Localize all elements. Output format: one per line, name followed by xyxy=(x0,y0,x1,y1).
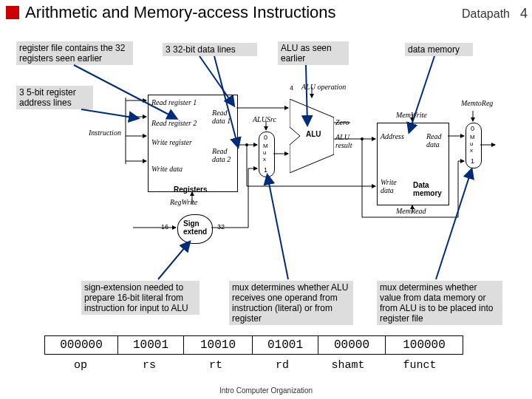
svg-point-20 xyxy=(361,137,364,140)
note-data3x32: 3 32-bit data lines xyxy=(163,43,257,56)
note-signext: sign-extension needed to prepare 16-bit … xyxy=(81,281,200,315)
slide-title: Arithmetic and Memory-access Instruction… xyxy=(25,3,336,22)
note-dmem: data memory xyxy=(405,43,473,56)
datapath-wires xyxy=(96,87,517,257)
lbl-rs: rs xyxy=(117,359,182,372)
lbl-rt: rt xyxy=(182,359,250,372)
bits-op: 000000 xyxy=(45,336,118,355)
lbl-op: op xyxy=(44,359,117,372)
svg-point-19 xyxy=(245,143,248,146)
bits-funct: 100000 xyxy=(386,336,463,355)
note-mux1: mux determines whether ALU receives one … xyxy=(229,281,353,325)
note-addr3x5: 3 5-bit register address lines xyxy=(16,86,93,109)
slide-footer: Intro Computer Organization xyxy=(0,386,532,395)
bits-shamt: 00000 xyxy=(318,336,386,355)
instruction-field-labels: oprsrtrdshamtfunct xyxy=(44,358,458,372)
datapath-diagram: Instruction Read register 1 Read registe… xyxy=(96,87,517,257)
lbl-rd: rd xyxy=(250,359,315,372)
note-regfile: register file contains the 32 registers … xyxy=(16,41,133,65)
lbl-funct: funct xyxy=(381,359,458,372)
slide-section: Datapath xyxy=(462,7,510,21)
note-mux2: mux determines whether value from data m… xyxy=(377,281,502,325)
slide-bullet xyxy=(6,6,19,19)
lbl-shamt: shamt xyxy=(315,359,381,372)
bits-rt: 10010 xyxy=(184,336,253,355)
bits-rs: 10001 xyxy=(118,336,184,355)
bits-rd: 01001 xyxy=(253,336,318,355)
instruction-bits-table: 000000 10001 10010 01001 00000 100000 xyxy=(44,335,463,355)
note-alu: ALU as seen earlier xyxy=(278,41,349,65)
slide-number: 4 xyxy=(520,6,528,21)
